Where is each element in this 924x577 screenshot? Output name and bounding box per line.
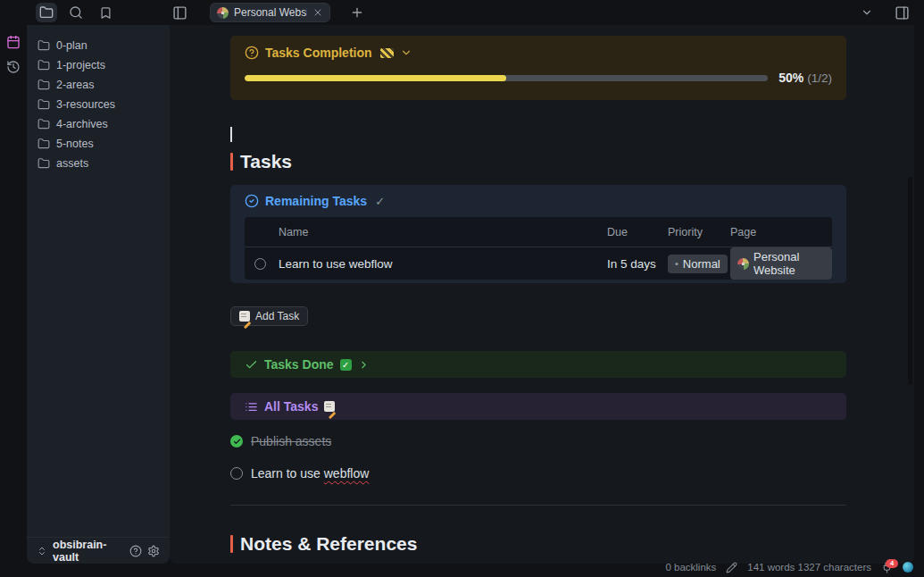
notes-references-heading: Notes & References bbox=[230, 533, 846, 555]
file-explorer-sidebar: 0-plan 1-projects 2-areas 3-resources 4-… bbox=[27, 25, 170, 564]
sidebar-folder-3-resources[interactable]: 3-resources bbox=[27, 95, 170, 114]
tasks-done-callout[interactable]: Tasks Done ✓ bbox=[230, 351, 846, 378]
sidebar-folder-2-areas[interactable]: 2-areas bbox=[27, 75, 170, 95]
heading-marker bbox=[230, 535, 233, 553]
search-icon bbox=[69, 5, 83, 20]
remaining-tasks-callout: Remaining Tasks ✓ Name Due Priority Page… bbox=[230, 185, 846, 283]
page-emoji-icon bbox=[737, 258, 749, 270]
check-icon bbox=[245, 358, 258, 372]
folder-label: 2-areas bbox=[56, 79, 94, 91]
status-bar: 0 backlinks 141 words 1327 characters 4 bbox=[665, 559, 913, 575]
history-icon[interactable] bbox=[6, 60, 21, 74]
checklist-item-done: Publish assets bbox=[230, 434, 846, 448]
all-tasks-callout[interactable]: All Tasks bbox=[230, 393, 846, 420]
note-editor-pane[interactable]: Tasks Completion 50%(1/2) Tasks bbox=[170, 25, 914, 564]
tab-list-dropdown-button[interactable] bbox=[856, 3, 878, 22]
pencil-icon bbox=[726, 562, 737, 573]
check-box-emoji: ✓ bbox=[340, 359, 352, 371]
new-tab-button[interactable] bbox=[346, 3, 368, 22]
plugin-update-indicator[interactable]: 4 bbox=[881, 562, 893, 573]
task-checkbox[interactable] bbox=[254, 258, 266, 270]
check-mark-emoji: ✓ bbox=[375, 195, 385, 208]
help-button[interactable] bbox=[129, 545, 142, 557]
unchecked-circle-checkbox[interactable] bbox=[230, 467, 243, 480]
add-task-label: Add Task bbox=[255, 310, 299, 322]
fold-chevron-right-icon[interactable] bbox=[358, 359, 370, 371]
sidebar-folder-1-projects[interactable]: 1-projects bbox=[27, 55, 170, 75]
scrollbar-thumb[interactable] bbox=[908, 177, 912, 385]
memo-emoji bbox=[324, 401, 335, 412]
plus-icon bbox=[350, 5, 364, 20]
tasks-done-title: Tasks Done bbox=[264, 357, 334, 372]
priority-badge[interactable]: •Normal bbox=[668, 255, 728, 273]
folder-label: 4-archives bbox=[56, 118, 108, 130]
topbar-right-actions bbox=[856, 3, 924, 22]
sync-status-icon[interactable] bbox=[903, 562, 913, 573]
priority-dot: • bbox=[675, 259, 678, 269]
tab-title: Personal Website bbox=[234, 6, 307, 19]
checklist-done-text: Publish assets bbox=[251, 434, 331, 448]
plugin-update-badge: 4 bbox=[886, 559, 898, 568]
notes-references-heading-text: Notes & References bbox=[240, 533, 417, 555]
progress-label: 50%(1/2) bbox=[778, 71, 832, 85]
tab-personal-website[interactable]: Personal Website bbox=[210, 3, 330, 22]
sidebar-folder-0-plan[interactable]: 0-plan bbox=[27, 36, 170, 55]
bookmarks-button[interactable] bbox=[95, 3, 116, 22]
memo-emoji bbox=[239, 311, 250, 322]
remaining-tasks-title-row: Remaining Tasks ✓ bbox=[230, 185, 846, 208]
add-task-button[interactable]: Add Task bbox=[230, 306, 308, 326]
toggle-left-sidebar-button[interactable] bbox=[169, 3, 190, 22]
folder-label: 3-resources bbox=[56, 98, 115, 111]
calendar-icon[interactable] bbox=[6, 35, 21, 49]
vault-switcher[interactable]: obsibrain-vault bbox=[27, 537, 170, 564]
backlinks-status[interactable]: 0 backlinks bbox=[665, 562, 716, 573]
files-tab-button[interactable] bbox=[36, 3, 57, 22]
construction-emoji bbox=[380, 48, 394, 58]
panel-left-icon bbox=[172, 5, 187, 21]
tasks-heading: Tasks bbox=[230, 151, 846, 172]
topbar-left-actions: Personal Website bbox=[0, 3, 368, 22]
folder-icon bbox=[39, 5, 54, 20]
sidebar-folder-5-notes[interactable]: 5-notes bbox=[27, 134, 170, 154]
edit-mode-toggle[interactable] bbox=[726, 562, 737, 573]
progress-percent: 50% bbox=[778, 71, 803, 85]
folder-label: 0-plan bbox=[56, 39, 87, 52]
sidebar-folder-assets[interactable]: assets bbox=[27, 154, 170, 173]
word-count-status[interactable]: 141 words 1327 characters bbox=[747, 562, 871, 573]
misspelled-word: webflow bbox=[324, 466, 370, 481]
vault-name: obsibrain-vault bbox=[53, 539, 124, 564]
checklist-open-text-before: Learn to use bbox=[251, 466, 324, 481]
search-button[interactable] bbox=[65, 3, 87, 22]
backlinks-count: 0 backlinks bbox=[665, 562, 716, 573]
tasks-completion-title: Tasks Completion bbox=[265, 46, 372, 60]
toggle-right-sidebar-button[interactable] bbox=[891, 3, 912, 22]
sidebar-folder-4-archives[interactable]: 4-archives bbox=[27, 114, 170, 134]
priority-value: Normal bbox=[683, 257, 720, 271]
page-link-text: Personal Website bbox=[753, 250, 825, 277]
col-priority: Priority bbox=[668, 226, 730, 238]
tab-close-button[interactable] bbox=[312, 7, 323, 18]
horizontal-rule bbox=[230, 505, 846, 506]
progress-bar-fill bbox=[245, 75, 506, 81]
task-due: In 5 days bbox=[607, 257, 668, 271]
checked-circle-checkbox[interactable] bbox=[230, 435, 243, 447]
left-ribbon bbox=[0, 25, 27, 577]
folder-label: 5-notes bbox=[56, 138, 94, 150]
page-link-badge[interactable]: Personal Website bbox=[730, 247, 832, 280]
list-icon bbox=[245, 400, 258, 414]
col-due: Due bbox=[607, 226, 668, 238]
folder-tree: 0-plan 1-projects 2-areas 3-resources 4-… bbox=[27, 25, 170, 173]
text-cursor bbox=[230, 127, 232, 142]
col-page: Page bbox=[730, 226, 832, 238]
progress-bar bbox=[245, 75, 768, 81]
settings-gear-button[interactable] bbox=[147, 545, 160, 557]
tasks-completion-title-row: Tasks Completion bbox=[230, 36, 846, 60]
col-name: Name bbox=[279, 226, 607, 238]
tasks-completion-callout[interactable]: Tasks Completion 50%(1/2) bbox=[230, 36, 846, 100]
note-content: Tasks Completion 50%(1/2) Tasks bbox=[230, 25, 846, 564]
word-count-text: 141 words 1327 characters bbox=[747, 562, 871, 573]
tasks-table-header: Name Due Priority Page bbox=[245, 217, 832, 247]
folder-label: 1-projects bbox=[56, 59, 105, 71]
bookmark-icon bbox=[99, 6, 112, 20]
fold-chevron-down-icon[interactable] bbox=[400, 46, 412, 59]
